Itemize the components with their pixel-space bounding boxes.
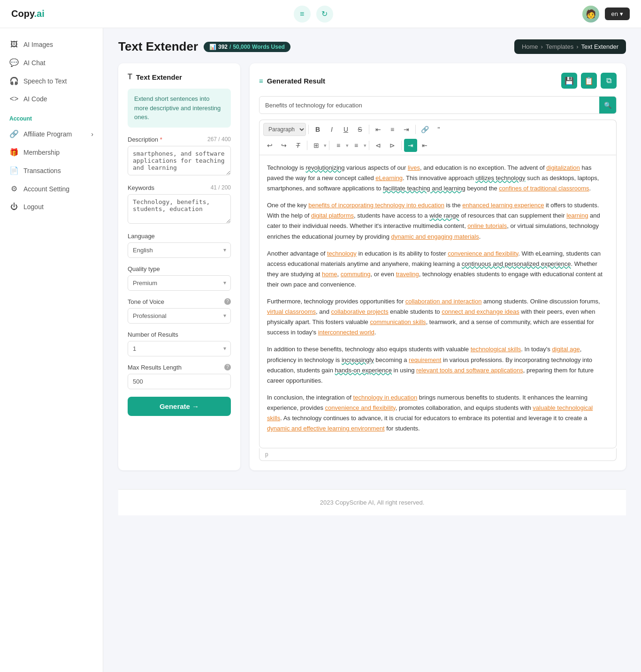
max-length-input[interactable]	[128, 374, 231, 389]
generate-label: Generate →	[160, 402, 199, 410]
refresh-icon: ↻	[321, 9, 328, 18]
footer: 2023 CopyScribe AI, All right reserved.	[118, 489, 626, 515]
strikethrough-button[interactable]: S	[353, 123, 366, 136]
bullet-list-button[interactable]: ≡	[332, 139, 345, 152]
sidebar-item-speech-to-text[interactable]: 🎧 Speech to Text	[0, 72, 103, 90]
topbar-center: ≡ ↻	[294, 6, 333, 23]
editor-footer-text: p	[265, 451, 268, 458]
rtl-button[interactable]: ⇤	[418, 139, 431, 152]
copy-button[interactable]: 📋	[581, 73, 597, 89]
info-text: Extend short sentences into more descrip…	[134, 95, 221, 121]
redo-button[interactable]: ↪	[277, 139, 290, 152]
link-button[interactable]: 🔗	[418, 123, 431, 136]
paragraph-1: Technology is revolutionizing various as…	[267, 163, 609, 194]
quality-group: Quality type Premium Standard Economy ▾	[128, 265, 231, 291]
search-button[interactable]: 🔍	[599, 97, 616, 113]
menu-button[interactable]: ≡	[294, 6, 311, 23]
quote-button[interactable]: "	[432, 123, 445, 136]
outdent-button[interactable]: ⊲	[372, 139, 385, 152]
export-button[interactable]: ⧉	[601, 73, 617, 89]
save-icon: 💾	[565, 76, 574, 85]
results-number-group: Number of Results 1 2 3 4 5 ▾	[128, 331, 231, 356]
sidebar-item-ai-code[interactable]: <> AI Code	[0, 90, 103, 108]
bold-button[interactable]: B	[311, 123, 324, 136]
result-title-icon: ≡	[259, 77, 263, 85]
breadcrumb-home[interactable]: Home	[522, 43, 538, 50]
panels: T Text Extender Extend short sentences i…	[118, 63, 626, 470]
ltr-button[interactable]: ⇥	[404, 139, 417, 152]
editor-content[interactable]: Technology is revolutionizing various as…	[259, 155, 617, 448]
membership-icon: 🎁	[9, 148, 19, 157]
page-title-text: Text Extender	[118, 39, 198, 54]
sidebar-item-ai-images[interactable]: 🖼 AI Images	[0, 36, 103, 53]
avatar: 🧑	[582, 6, 599, 23]
sidebar-item-transactions[interactable]: 📄 Transactions	[0, 161, 103, 180]
sidebar-item-label: AI Images	[23, 41, 53, 48]
language-select-wrap: English Spanish French German ▾	[128, 242, 231, 258]
sidebar-item-label: AI Chat	[23, 59, 46, 67]
save-button[interactable]: 💾	[561, 73, 577, 89]
quality-label: Quality type	[128, 265, 231, 272]
toolbar-divider-3	[415, 125, 416, 134]
left-panel-title: T Text Extender	[128, 73, 231, 81]
speech-icon: 🎧	[9, 76, 19, 85]
lang-arrow-icon: ▾	[620, 10, 623, 17]
code-icon: <>	[9, 95, 19, 103]
sidebar-item-affiliate[interactable]: 🔗 Affiliate Program ›	[0, 125, 103, 143]
logout-icon: ⏻	[9, 203, 19, 211]
sidebar-item-logout[interactable]: ⏻ Logout	[0, 198, 103, 216]
paragraph-select[interactable]: Paragraph Heading 1 Heading 2	[263, 123, 306, 136]
language-button[interactable]: en ▾	[605, 8, 630, 20]
keywords-label: Keywords	[128, 184, 154, 191]
max-length-help-icon[interactable]: ?	[224, 364, 231, 370]
ordered-arrow: ▾	[364, 143, 366, 149]
ordered-list-button[interactable]: ≡	[350, 139, 363, 152]
results-label: Number of Results	[128, 331, 231, 338]
undo-button[interactable]: ↩	[263, 139, 276, 152]
breadcrumb-templates[interactable]: Templates	[546, 43, 573, 50]
breadcrumb: Home › Templates › Text Extender	[514, 39, 626, 54]
quality-select[interactable]: Premium Standard Economy	[128, 275, 231, 291]
search-input[interactable]	[259, 98, 599, 113]
chevron-right-icon: ›	[91, 130, 93, 138]
sidebar-item-account-setting[interactable]: ⚙ Account Setting	[0, 180, 103, 198]
search-icon: 🔍	[604, 102, 612, 109]
underline-button[interactable]: U	[339, 123, 352, 136]
account-section-label: Account	[0, 108, 103, 125]
toolbar-divider-4	[307, 141, 307, 150]
sidebar-item-label: Transactions	[23, 167, 61, 174]
logo-accent: .ai	[34, 8, 45, 19]
info-box: Extend short sentences into more descrip…	[128, 89, 231, 128]
sidebar: 🖼 AI Images 💬 AI Chat 🎧 Speech to Text <…	[0, 28, 103, 672]
description-input[interactable]: smartphones, and software applications f…	[128, 146, 231, 175]
language-label: Language	[128, 233, 231, 240]
sidebar-item-membership[interactable]: 🎁 Membership	[0, 143, 103, 161]
indent-button[interactable]: ⊳	[386, 139, 399, 152]
align-left-button[interactable]: ⇤	[372, 123, 385, 136]
tone-help-icon[interactable]: ?	[224, 298, 231, 305]
clear-format-button[interactable]: T	[291, 139, 305, 152]
language-select[interactable]: English Spanish French German	[128, 242, 231, 258]
results-select[interactable]: 1 2 3 4 5	[128, 341, 231, 356]
refresh-button[interactable]: ↻	[316, 6, 333, 23]
align-right-button[interactable]: ⇥	[400, 123, 413, 136]
paragraph-3: Another advantage of technology in educa…	[267, 249, 609, 290]
editor-toolbar: Paragraph Heading 1 Heading 2 B I U S ⇤	[259, 120, 617, 155]
sidebar-item-label: Membership	[23, 149, 60, 156]
keywords-counter: 41 / 200	[211, 184, 231, 191]
align-center-button[interactable]: ≡	[386, 123, 399, 136]
result-actions: 💾 📋 ⧉	[561, 73, 617, 89]
words-badge: 📊 392/50,000 Words Used	[204, 42, 290, 52]
toolbar-row-2: ↩ ↪ T ⊞ ▾ ≡ ▾ ≡ ▾ ⊲	[263, 139, 612, 152]
keywords-input[interactable]: Technology, benefits, students, educatio…	[128, 194, 231, 224]
toolbar-divider-6	[369, 141, 369, 150]
generate-button[interactable]: Generate →	[128, 397, 231, 416]
italic-button[interactable]: I	[325, 123, 338, 136]
tone-select[interactable]: Professional Casual Formal Friendly	[128, 308, 231, 324]
sidebar-item-ai-chat[interactable]: 💬 AI Chat	[0, 53, 103, 72]
table-button[interactable]: ⊞	[310, 139, 323, 152]
toolbar-divider-2	[369, 125, 369, 134]
description-group: Description * 267 / 400 smartphones, and…	[128, 136, 231, 177]
toolbar-divider-5	[329, 141, 329, 150]
paragraph-6: In conclusion, the integration of techno…	[267, 393, 609, 434]
